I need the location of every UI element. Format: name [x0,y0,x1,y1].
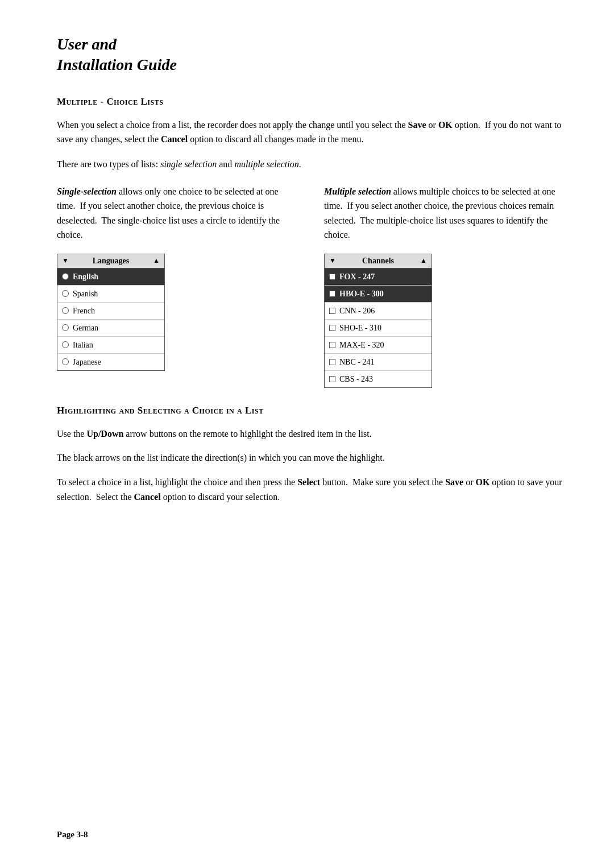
multiple-selection-col: Multiple selection allows multiple choic… [324,184,569,388]
list-item-fox[interactable]: FOX - 247 [325,268,432,286]
channels-list-header: ▼ Channels ▲ [325,254,432,268]
channels-header-label: Channels [362,257,394,266]
languages-list-demo: ▼ Languages ▲ English Spanish French [57,254,301,371]
page-footer: Page 3-8 [57,830,88,840]
radio-german [62,324,69,331]
list-item-spanish[interactable]: Spanish [57,286,164,303]
page-title: User and Installation Guide [57,34,569,76]
languages-list-box: ▼ Languages ▲ English Spanish French [57,254,165,371]
radio-italian [62,341,69,348]
list-item-shoe[interactable]: SHO-E - 310 [325,320,432,337]
list-item-cbs[interactable]: CBS - 243 [325,371,432,387]
types-paragraph: There are two types of lists: single sel… [57,157,569,172]
section2-heading: Highlighting and Selecting a Choice in a… [57,405,569,416]
radio-english [62,273,69,280]
channels-up-arrow: ▲ [420,257,427,265]
radio-french [62,307,69,314]
single-selection-col: Single-selection allows only one choice … [57,184,301,388]
checkbox-nbc [329,359,335,365]
section2-para2: The black arrows on the list indicate th… [57,450,569,465]
channels-list-demo: ▼ Channels ▲ FOX - 247 HBO-E - 300 CNN -… [324,254,569,388]
languages-header-label: Languages [93,257,130,266]
list-item-cnn[interactable]: CNN - 206 [325,303,432,320]
radio-japanese [62,358,69,365]
checkbox-fox [329,274,335,280]
section2-para1: Use the Up/Down arrow buttons on the rem… [57,427,569,441]
list-item-japanese[interactable]: Japanese [57,354,164,370]
radio-spanish [62,290,69,297]
languages-up-arrow: ▲ [153,257,160,265]
section2-para3: To select a choice in a list, highlight … [57,475,569,505]
list-item-german[interactable]: German [57,320,164,337]
checkbox-cbs [329,376,335,382]
channels-list-box: ▼ Channels ▲ FOX - 247 HBO-E - 300 CNN -… [324,254,432,388]
section1-heading: Multiple - Choice Lists [57,96,569,108]
checkbox-shoe [329,325,335,331]
languages-down-arrow: ▼ [62,257,69,265]
list-item-maxe[interactable]: MAX-E - 320 [325,337,432,354]
intro-paragraph: When you select a choice from a list, th… [57,118,569,147]
checkbox-hboe [329,291,335,297]
languages-list-header: ▼ Languages ▲ [57,254,164,268]
single-selection-text: Single-selection allows only one choice … [57,184,301,242]
list-item-nbc[interactable]: NBC - 241 [325,354,432,371]
list-item-italian[interactable]: Italian [57,337,164,354]
list-item-french[interactable]: French [57,303,164,320]
list-item-english[interactable]: English [57,268,164,286]
channels-down-arrow: ▼ [329,257,336,265]
list-item-hboe[interactable]: HBO-E - 300 [325,286,432,303]
checkbox-maxe [329,342,335,348]
multiple-selection-text: Multiple selection allows multiple choic… [324,184,569,242]
checkbox-cnn [329,308,335,314]
